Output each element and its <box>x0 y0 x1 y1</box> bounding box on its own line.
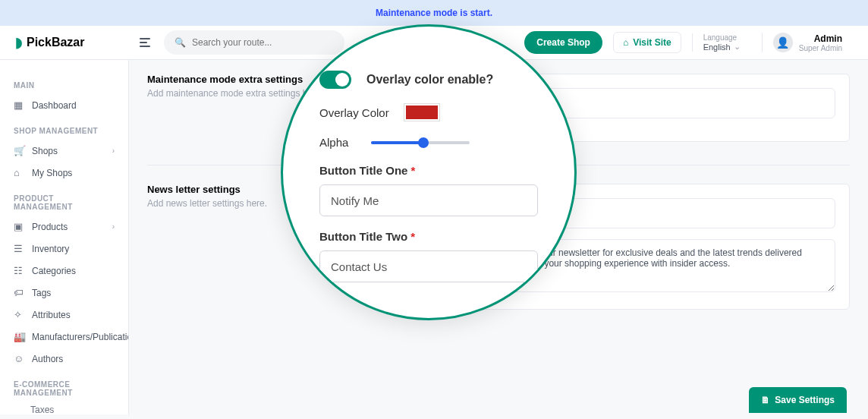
chevron-right-icon: › <box>112 146 115 155</box>
sidebar-item-tags[interactable]: 🏷Tags <box>0 282 128 304</box>
magnifier-overlay: Overlay color enable? Overlay Color Alph… <box>281 24 577 320</box>
field-label: Button Title One * <box>319 164 538 177</box>
save-icon: 🗎 <box>761 395 770 405</box>
button-title-two-input[interactable] <box>319 250 538 282</box>
search-icon: 🔍 <box>175 37 186 48</box>
sidebar-item-shops[interactable]: 🛒Shops› <box>0 140 128 162</box>
tag-icon: 🏷 <box>14 287 24 298</box>
sidebar-toggle[interactable] <box>140 36 153 49</box>
banner-text: Maintenance mode is start. <box>376 8 492 18</box>
brand-name: PickBazar <box>27 36 85 49</box>
shop-icon: ⌂ <box>623 37 628 48</box>
button-title-one-input[interactable] <box>319 184 538 216</box>
search-input-wrap[interactable]: 🔍 <box>164 30 344 55</box>
visit-site-button[interactable]: ⌂ Visit Site <box>613 32 681 53</box>
overlay-enable-toggle[interactable] <box>319 71 351 89</box>
field-label: Button Title Two * <box>319 230 538 243</box>
attributes-icon: ✧ <box>14 309 24 320</box>
sidebar-item-taxes[interactable]: Taxes <box>0 402 128 414</box>
user-menu[interactable]: 👤 Admin Super Admin <box>762 33 853 52</box>
categories-icon: ☷ <box>14 265 24 276</box>
cart-icon: 🛒 <box>14 145 24 156</box>
language-selector[interactable]: Language English⌄ <box>692 33 751 52</box>
sidebar-item-authors[interactable]: ☺Authors <box>0 348 128 370</box>
sidebar-item-dashboard[interactable]: ▦Dashboard <box>0 94 128 116</box>
alpha-slider[interactable] <box>371 141 470 144</box>
sidebar-item-categories[interactable]: ☷Categories <box>0 260 128 282</box>
sidebar-item-inventory[interactable]: ☰Inventory <box>0 238 128 260</box>
search-input[interactable] <box>192 37 334 48</box>
store-icon: ⌂ <box>14 167 24 178</box>
sidebar-item-products[interactable]: ▣Products› <box>0 216 128 238</box>
user-icon: ☺ <box>14 353 24 364</box>
sidebar-item-my-shops[interactable]: ⌂My Shops <box>0 162 128 184</box>
overlay-color-swatch[interactable] <box>404 104 439 121</box>
building-icon: 🏭 <box>14 331 24 342</box>
box-icon: ▣ <box>14 221 24 232</box>
sidebar: MAIN ▦Dashboard SHOP MANAGEMENT 🛒Shops› … <box>0 60 129 414</box>
chevron-right-icon: › <box>112 222 115 231</box>
logo-icon: ◗ <box>15 34 22 51</box>
inventory-icon: ☰ <box>14 243 24 254</box>
sidebar-item-manufacturers[interactable]: 🏭Manufacturers/Publications <box>0 326 128 348</box>
brand-logo[interactable]: ◗ PickBazar <box>15 34 129 51</box>
maintenance-banner: Maintenance mode is start. <box>0 0 868 26</box>
chevron-down-icon: ⌄ <box>734 42 741 52</box>
dashboard-icon: ▦ <box>14 99 24 111</box>
avatar: 👤 <box>773 33 793 52</box>
create-shop-button[interactable]: Create Shop <box>524 31 602 54</box>
sidebar-item-attributes[interactable]: ✧Attributes <box>0 304 128 326</box>
save-settings-button[interactable]: 🗎 Save Settings <box>749 387 847 413</box>
